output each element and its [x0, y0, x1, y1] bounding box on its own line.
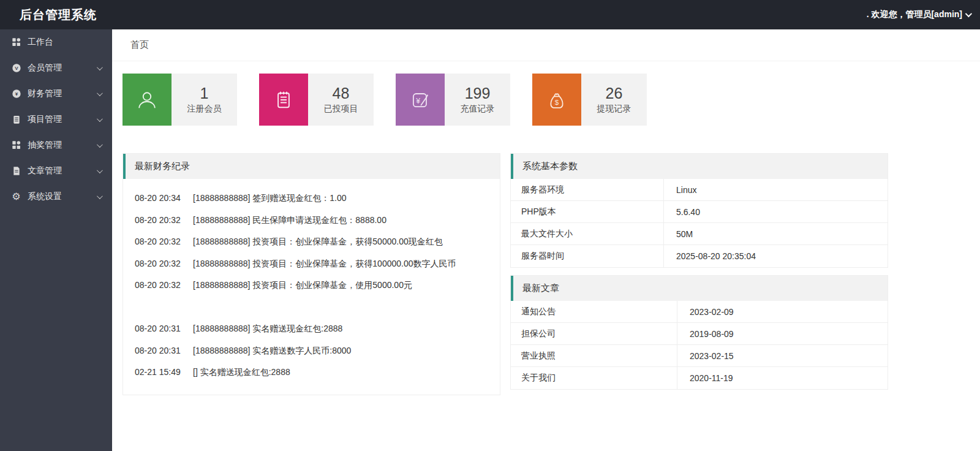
record-text: [18888888888] 实名赠送现金红包:2888	[193, 324, 342, 335]
svg-text:$: $	[555, 98, 559, 106]
sidebar-item-articles[interactable]: 文章管理	[0, 158, 112, 184]
stat-label: 已投项目	[324, 104, 358, 115]
breadcrumb-bar: 首页	[112, 29, 980, 61]
svg-text:V: V	[15, 66, 18, 71]
table-row: PHP版本 5.6.40	[511, 201, 888, 223]
sidebar: 工作台 V 会员管理 ¥ 财务管理 项目管理 抽奖管理 文章管理	[0, 29, 112, 451]
member-badge-icon: V	[11, 63, 21, 74]
user-menu[interactable]: . 欢迎您，管理员[admin]	[867, 9, 980, 20]
record-time: 08-20 20:31	[135, 346, 193, 355]
chevron-down-icon	[97, 167, 103, 173]
stat-value: 1	[200, 85, 209, 102]
clipboard-icon	[259, 74, 308, 126]
record-time: 08-20 20:32	[135, 259, 193, 268]
grid-icon	[11, 37, 21, 48]
user-icon	[123, 74, 172, 126]
record-row: 08-20 20:32 [18888888888] 投资项目：创业保障基金，获得…	[135, 237, 491, 249]
stat-value: 199	[465, 85, 491, 102]
chevron-down-icon	[965, 10, 972, 17]
article-date: 2023-02-15	[677, 345, 888, 366]
yuan-edit-icon: ¥	[396, 74, 445, 126]
chevron-down-icon	[97, 142, 103, 148]
article-date: 2020-11-19	[677, 367, 888, 389]
record-text: [] 实名赠送现金红包:2888	[193, 367, 290, 378]
stat-card-recharge-records: ¥ 199 充值记录	[396, 74, 510, 126]
finance-records-panel: 最新财务纪录 08-20 20:34 [18888888888] 签到赠送现金红…	[123, 153, 500, 395]
record-row: 08-20 20:32 [18888888888] 投资项目：创业保障基金，获得…	[135, 259, 491, 271]
stat-value: 26	[606, 85, 623, 102]
record-time: 08-20 20:32	[135, 280, 193, 290]
article-date: 2023-02-09	[677, 301, 888, 322]
stat-card-members: 1 注册会员	[123, 74, 237, 126]
sidebar-item-finance[interactable]: ¥ 财务管理	[0, 81, 112, 107]
record-text: [18888888888] 投资项目：创业保障基金，获得100000.00数字人…	[193, 259, 456, 270]
record-row-empty	[135, 302, 491, 315]
param-label: 服务器时间	[511, 245, 664, 267]
main-content: 首页 1 注册会员	[112, 29, 980, 451]
table-row: 最大文件大小 50M	[511, 223, 888, 245]
latest-articles-panel: 最新文章 通知公告 2023-02-09 担保公司 2019-08-09 营业执…	[510, 275, 888, 390]
table-row: 关于我们 2020-11-19	[511, 367, 888, 389]
system-params-panel: 系统基本参数 服务器环境 Linux PHP版本 5.6.40 最大文件大小 5	[510, 153, 888, 268]
sidebar-item-lottery[interactable]: 抽奖管理	[0, 132, 112, 158]
param-label: PHP版本	[511, 201, 664, 222]
stat-label: 充值记录	[461, 104, 495, 115]
param-label: 最大文件大小	[511, 223, 664, 244]
svg-text:¥: ¥	[415, 96, 420, 105]
chevron-down-icon	[97, 116, 103, 122]
record-row: 08-20 20:32 [18888888888] 民生保障申请送现金红包：88…	[135, 215, 491, 228]
chevron-down-icon	[97, 64, 103, 70]
article-title[interactable]: 关于我们	[511, 367, 677, 389]
welcome-text: . 欢迎您，管理员[admin]	[867, 9, 962, 20]
breadcrumb-home[interactable]: 首页	[130, 39, 149, 51]
stat-cards: 1 注册会员 48 已投项目	[123, 74, 980, 126]
sidebar-item-label: 项目管理	[28, 114, 62, 125]
document-icon	[11, 166, 21, 176]
sidebar-item-projects[interactable]: 项目管理	[0, 107, 112, 132]
param-value: Linux	[664, 179, 888, 200]
record-time: 08-20 20:34	[135, 193, 193, 203]
stat-card-withdraw-records: $ 26 提现记录	[532, 74, 647, 126]
yuan-circle-icon: ¥	[11, 89, 21, 99]
stat-label: 注册会员	[187, 104, 222, 115]
stat-label: 提现记录	[597, 104, 631, 115]
gear-icon: ⚙	[11, 192, 21, 202]
record-row: 08-20 20:31 [18888888888] 实名赠送数字人民币:8000	[135, 346, 491, 358]
record-time: 08-20 20:32	[135, 237, 193, 246]
grid-icon	[11, 140, 21, 151]
panel-title: 系统基本参数	[511, 154, 888, 179]
stat-card-invested-projects: 48 已投项目	[259, 74, 374, 126]
sidebar-item-label: 系统设置	[28, 191, 62, 202]
sidebar-item-label: 抽奖管理	[28, 140, 62, 151]
system-params-table: 服务器环境 Linux PHP版本 5.6.40 最大文件大小 50M 服务	[511, 179, 888, 267]
stat-value: 48	[333, 85, 350, 102]
record-row: 08-20 20:31 [18888888888] 实名赠送现金红包:2888	[135, 324, 491, 336]
param-label: 服务器环境	[511, 179, 664, 200]
article-title[interactable]: 通知公告	[511, 301, 677, 322]
record-text: [18888888888] 签到赠送现金红包：1.00	[193, 193, 347, 204]
article-title[interactable]: 营业执照	[511, 345, 677, 366]
record-text: [18888888888] 民生保障申请送现金红包：8888.00	[193, 215, 386, 226]
svg-text:¥: ¥	[15, 91, 18, 97]
table-row: 通知公告 2023-02-09	[511, 301, 888, 323]
clipboard-icon	[11, 115, 21, 125]
table-row: 担保公司 2019-08-09	[511, 323, 888, 345]
article-title[interactable]: 担保公司	[511, 323, 677, 344]
param-value: 5.6.40	[664, 201, 888, 222]
record-time: 02-21 15:49	[135, 367, 193, 377]
sidebar-item-label: 财务管理	[28, 88, 62, 99]
param-value: 50M	[664, 223, 888, 244]
sidebar-item-members[interactable]: V 会员管理	[0, 55, 112, 81]
sidebar-item-label: 会员管理	[28, 63, 62, 74]
sidebar-item-settings[interactable]: ⚙ 系统设置	[0, 184, 112, 210]
sidebar-item-label: 文章管理	[28, 165, 62, 176]
sidebar-item-workbench[interactable]: 工作台	[0, 29, 112, 55]
table-row: 服务器时间 2025-08-20 20:35:04	[511, 245, 888, 267]
panel-title: 最新文章	[511, 276, 888, 301]
sidebar-item-label: 工作台	[28, 37, 53, 48]
article-date: 2019-08-09	[677, 323, 888, 344]
articles-table: 通知公告 2023-02-09 担保公司 2019-08-09 营业执照 202…	[511, 301, 888, 389]
record-row: 02-21 15:49 [] 实名赠送现金红包:2888	[135, 367, 491, 380]
record-text: [18888888888] 实名赠送数字人民币:8000	[193, 346, 351, 357]
finance-records-list: 08-20 20:34 [18888888888] 签到赠送现金红包：1.00 …	[123, 179, 500, 395]
